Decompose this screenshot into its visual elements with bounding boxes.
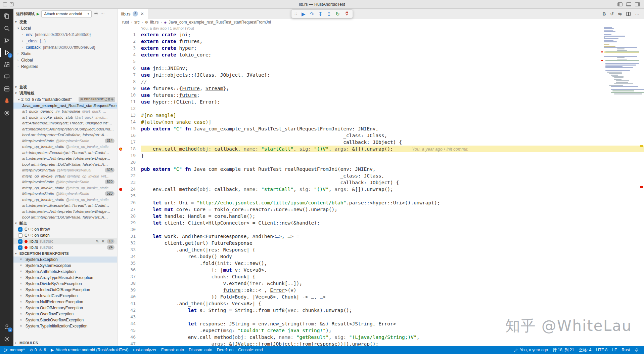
modules-section-header[interactable]: › MODULES bbox=[13, 340, 117, 346]
stack-frame[interactable]: art_quick_invoke_static_stub@art_quick_i… bbox=[13, 114, 117, 120]
stack-frame[interactable]: mterp_op_invoke_virtual@mterp_op_invoke_… bbox=[13, 173, 117, 179]
line-number[interactable]: 36 bbox=[124, 267, 136, 273]
cursor-position-item[interactable]: 行 18, 列 21 bbox=[550, 346, 577, 354]
notifications-item[interactable] bbox=[632, 346, 641, 354]
code-text[interactable]: .and_then(|chunks: Vec<u8>| { bbox=[141, 300, 644, 307]
line-number[interactable]: 7 bbox=[124, 72, 136, 78]
tab-lib-rs[interactable]: lib.rs 6 ✕ bbox=[118, 9, 148, 19]
line-number[interactable]: 42 bbox=[124, 307, 136, 314]
stack-frame[interactable]: art::interpreter::ArtInterpreterToInterp… bbox=[13, 156, 117, 162]
exception-breakpoint-row[interactable]: ✕System.InvalidCastException bbox=[13, 293, 117, 299]
start-debug-icon[interactable]: ▶ bbox=[37, 12, 39, 16]
breakpoint-gutter[interactable] bbox=[118, 72, 124, 78]
line-number[interactable]: 15 bbox=[124, 125, 136, 132]
line-number[interactable]: 47 bbox=[124, 341, 136, 346]
problems-item[interactable]: ⊘ 0 ⚠ 6 bbox=[27, 346, 48, 354]
variable-scope[interactable]: ›Global bbox=[13, 57, 117, 63]
breakpoint-gutter[interactable] bbox=[118, 112, 124, 119]
breakpoint-gutter[interactable] bbox=[118, 206, 124, 213]
code-text[interactable]: _class: JClass, bbox=[141, 132, 644, 139]
window-close-icon[interactable] bbox=[10, 2, 14, 6]
edit-breakpoint-icon[interactable]: ✎ bbox=[96, 239, 99, 244]
breakpoint-gutter[interactable] bbox=[118, 320, 124, 327]
breakpoint-gutter[interactable] bbox=[118, 280, 124, 287]
code-text[interactable]: let handle: Handle = core.handle(); bbox=[141, 213, 644, 220]
code-text[interactable]: let s: String = String::from_utf8(vec: c… bbox=[141, 307, 644, 314]
test-target-icon[interactable] bbox=[0, 107, 13, 119]
line-number[interactable]: 37 bbox=[124, 273, 136, 280]
step-out-icon[interactable]: ↥ bbox=[327, 11, 331, 16]
breakpoint-gutter[interactable] bbox=[118, 226, 124, 233]
blame-toggle-icon[interactable]: B bbox=[602, 11, 606, 16]
remove-breakpoint-icon[interactable]: ✕ bbox=[101, 239, 105, 244]
line-number[interactable]: 17 bbox=[124, 139, 136, 146]
eol-item[interactable]: LF bbox=[610, 346, 619, 354]
rocket-plugin-icon[interactable] bbox=[0, 95, 13, 107]
more-actions-icon[interactable]: ⋯ bbox=[635, 11, 639, 16]
blame-item[interactable]: You, a year ago bbox=[511, 346, 550, 354]
breakpoint-icon[interactable]: ▶ bbox=[118, 146, 124, 152]
breakpoint-icon[interactable] bbox=[118, 186, 124, 193]
checkbox[interactable] bbox=[18, 239, 22, 244]
line-number[interactable]: 16 bbox=[124, 132, 136, 139]
stack-frame[interactable]: art_quick_generic_jni_trampoline@art_qui… bbox=[13, 109, 117, 115]
code-text[interactable]: future::ok::<_, Error>(v) bbox=[141, 287, 644, 293]
indentation-item[interactable]: 空格: 4 bbox=[577, 346, 594, 354]
toggle-sidebar-icon[interactable] bbox=[617, 2, 623, 6]
code-text[interactable] bbox=[141, 193, 644, 199]
line-number[interactable]: 44 bbox=[124, 320, 136, 327]
breakpoint-gutter[interactable] bbox=[118, 246, 124, 253]
breakpoint-gutter[interactable] bbox=[118, 105, 124, 112]
code-text[interactable]: #[no_mangle] bbox=[141, 112, 644, 119]
breakpoint-gutter[interactable] bbox=[118, 334, 124, 341]
line-number[interactable]: 31 bbox=[124, 233, 136, 240]
line-number[interactable]: 38 bbox=[124, 280, 136, 287]
stack-frame[interactable]: bool art::interpreter::DoCall<false, fal… bbox=[13, 214, 117, 221]
code-text[interactable]: env.call_method(obj: callback, name: "st… bbox=[141, 186, 644, 193]
breakpoint-gutter[interactable] bbox=[118, 85, 124, 92]
code-text[interactable]: pub extern "C" fn Java_com_example_rust_… bbox=[141, 166, 644, 172]
code-text[interactable]: .expect(msg: "Couldn't create java strin… bbox=[141, 327, 644, 334]
line-number[interactable]: 40 bbox=[124, 293, 136, 300]
variable-item[interactable]: ›_class:{...} bbox=[13, 38, 117, 44]
code-text[interactable]: extern crate tokio_core; bbox=[141, 51, 644, 58]
code-text[interactable]: f: |mut v: Vec<u8>, bbox=[141, 267, 644, 273]
code-text[interactable]: #[allow(non_snake_case)] bbox=[141, 119, 644, 125]
breakpoint-gutter[interactable] bbox=[118, 307, 124, 314]
lldb-deref-item[interactable]: Deref: on bbox=[215, 346, 236, 354]
settings-icon[interactable] bbox=[0, 333, 13, 345]
code-text[interactable]: extern crate jni; bbox=[141, 31, 644, 38]
line-number[interactable]: 32 bbox=[124, 240, 136, 246]
line-number[interactable]: 21 bbox=[124, 166, 136, 172]
breakpoint-gutter[interactable] bbox=[118, 159, 124, 166]
breakpoint-gutter[interactable] bbox=[118, 213, 124, 220]
line-number[interactable]: 24 bbox=[124, 186, 136, 193]
watch-section-header[interactable]: ▾ 监视 bbox=[13, 84, 117, 90]
code-text[interactable]: callback: JObject) { bbox=[141, 139, 644, 146]
line-number[interactable]: 43 bbox=[124, 314, 136, 320]
extensions-icon[interactable] bbox=[0, 58, 13, 71]
exception-breakpoint-row[interactable]: ✕System.StackOverflowException bbox=[13, 317, 117, 323]
breakpoint-gutter[interactable] bbox=[118, 300, 124, 307]
breakpoint-gutter[interactable] bbox=[118, 179, 124, 186]
exception-option-row[interactable]: C++: on throw bbox=[13, 226, 117, 232]
breakpoint-gutter[interactable] bbox=[118, 119, 124, 125]
line-number[interactable]: 10 bbox=[124, 92, 136, 99]
split-editor-icon[interactable] bbox=[626, 12, 631, 16]
code-text[interactable]: let client: Client<HttpConnector> = Clie… bbox=[141, 220, 644, 226]
code-text[interactable] bbox=[141, 58, 644, 65]
line-number[interactable]: 46 bbox=[124, 334, 136, 341]
restart-icon[interactable]: ↻ bbox=[335, 11, 340, 16]
exception-breakpoint-row[interactable]: ✕System.DivideByZeroException bbox=[13, 281, 117, 287]
exception-breakpoint-row[interactable]: ✕System.ArrayTypeMismatchException bbox=[13, 275, 117, 281]
exception-breakpoint-row[interactable]: ✕System.ArithmeticException bbox=[13, 269, 117, 275]
line-number[interactable]: 25 bbox=[124, 193, 136, 199]
checkbox[interactable] bbox=[18, 245, 22, 250]
launch-config-dropdown[interactable]: Attach remote android ▾ bbox=[41, 10, 92, 17]
code-text[interactable]: pub extern "C" fn Java_com_example_rust_… bbox=[141, 125, 644, 132]
lldb-disasm-item[interactable]: Disasm: auto bbox=[186, 346, 215, 354]
explorer-icon[interactable] bbox=[0, 10, 13, 22]
stack-frame[interactable]: art::interpreter::Execute(art::Thread*, … bbox=[13, 150, 117, 156]
stack-frame[interactable]: art::interpreter::ArtInterpreterToCompil… bbox=[13, 126, 117, 132]
line-number[interactable]: 33 bbox=[124, 246, 136, 253]
